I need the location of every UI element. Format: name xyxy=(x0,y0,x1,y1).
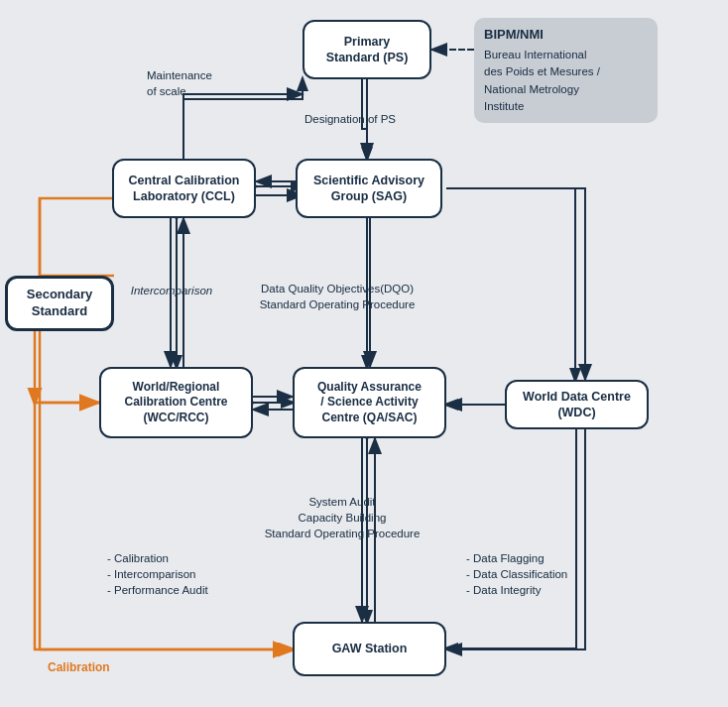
calibration-orange-label: Calibration xyxy=(48,659,110,676)
secondary-standard-box: Secondary Standard xyxy=(5,276,114,331)
ccl-label: Central Calibration Laboratory (CCL) xyxy=(129,173,240,205)
primary-standard-box: Primary Standard (PS) xyxy=(303,20,431,79)
diagram: Primary Standard (PS) BIPM/NMI Bureau In… xyxy=(0,0,728,707)
wcc-rcc-label: World/Regional Calibration Centre (WCC/R… xyxy=(124,380,227,426)
gaw-station-label: GAW Station xyxy=(332,641,408,656)
designation-label: Designation of PS xyxy=(286,111,415,127)
qa-sac-label: Quality Assurance / Science Activity Cen… xyxy=(317,380,422,426)
wdc-box: World Data Centre (WDC) xyxy=(505,380,649,429)
bipm-body: Bureau Internationaldes Poids et Mesures… xyxy=(484,47,648,115)
maintenance-label: Maintenanceof scale xyxy=(147,67,246,99)
system-audit-label: System AuditCapacity BuildingStandard Op… xyxy=(238,494,446,541)
dqo-label: Data Quality Objectives(DQO)Standard Ope… xyxy=(238,281,436,312)
ccl-box: Central Calibration Laboratory (CCL) xyxy=(112,159,256,218)
data-list-label: - Data Flagging- Data Classification- Da… xyxy=(466,550,625,598)
qa-sac-box: Quality Assurance / Science Activity Cen… xyxy=(293,367,446,438)
sag-label: Scientific Advisory Group (SAG) xyxy=(313,173,425,205)
intercomparison-label: Intercomparison xyxy=(117,283,226,298)
sag-box: Scientific Advisory Group (SAG) xyxy=(296,159,442,218)
bipm-title: BIPM/NMI xyxy=(484,26,648,44)
calibration-list-label: - Calibration- Intercomparison- Performa… xyxy=(107,550,266,598)
wcc-rcc-box: World/Regional Calibration Centre (WCC/R… xyxy=(99,367,253,438)
secondary-standard-label: Secondary Standard xyxy=(27,287,92,320)
gaw-station-box: GAW Station xyxy=(293,622,446,676)
wdc-label: World Data Centre (WDC) xyxy=(523,389,631,421)
bipm-nmi-box: BIPM/NMI Bureau Internationaldes Poids e… xyxy=(474,18,658,123)
primary-standard-label: Primary Standard (PS) xyxy=(326,34,409,66)
